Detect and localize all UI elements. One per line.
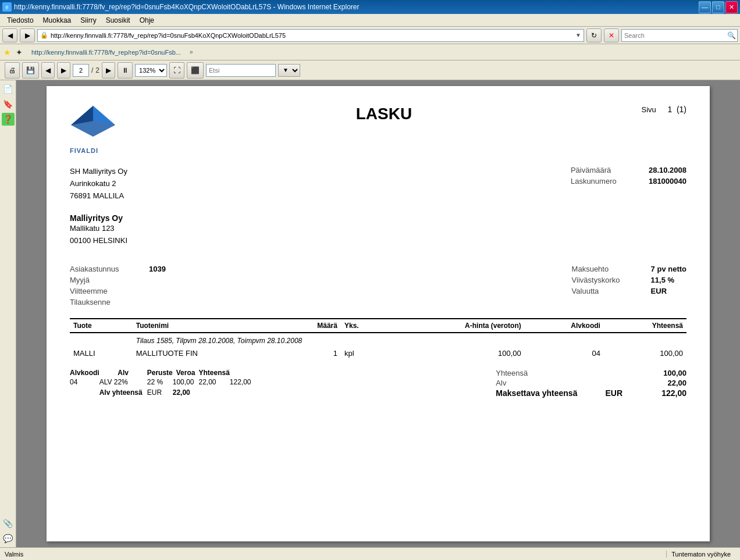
invoice-page: FIVALDI LASKU Sivu 1 (1) SH Malliyritys …: [47, 86, 710, 541]
vat-name: ALV 22%: [99, 377, 147, 387]
fit-button[interactable]: ⛶: [169, 62, 184, 79]
recipient-address2: 00100 HELSINKI: [70, 235, 686, 247]
col-yks: Yks.: [341, 319, 387, 333]
main-layout: 📄 🔖 ❓ 📎 💬: [0, 80, 740, 547]
add-favorite-icon[interactable]: ✦: [16, 48, 23, 57]
page-input[interactable]: [73, 64, 89, 77]
status-text: Valmis: [5, 551, 23, 558]
search-input[interactable]: [622, 32, 725, 39]
menu-tiedosto[interactable]: Tiedosto: [2, 15, 38, 26]
logo-section: FIVALDI: [70, 105, 186, 154]
cell-name: MALLITUOTE FIN: [133, 347, 282, 359]
favorites-chevron-icon[interactable]: »: [190, 49, 193, 55]
lock-icon: 🔒: [40, 31, 48, 39]
maximize-button[interactable]: □: [712, 1, 724, 13]
back-button[interactable]: ◀: [2, 28, 17, 42]
detail-value-asiakastunnus: 1039: [149, 265, 166, 273]
menu-siirry[interactable]: Siirry: [76, 15, 101, 26]
vat-col-code: Alvkoodi: [70, 369, 99, 377]
invoice-no-label: Laskunumero: [571, 177, 635, 186]
date-value: 28.10.2008: [649, 166, 686, 174]
next-page-button[interactable]: ▶: [57, 62, 70, 79]
summary-section: Alvkoodi Alv Peruste Veroa Yhteensä 04 A…: [70, 369, 686, 399]
page-of-total: (1): [677, 105, 686, 114]
total-grand-currency: EUR: [605, 388, 622, 398]
forward-button[interactable]: ▶: [20, 28, 35, 42]
fit-width-button[interactable]: ⬛: [187, 62, 204, 79]
favorites-star-icon: ★: [3, 48, 11, 57]
pause-button[interactable]: ⏸: [118, 62, 133, 79]
stop-button[interactable]: ✕: [604, 28, 619, 42]
sidebar-help-button[interactable]: ❓: [2, 113, 15, 126]
sender-address: SH Malliyritys Oy Aurinkokatu 2 76891 MA…: [70, 166, 127, 202]
menu-suosikit[interactable]: Suosikit: [101, 15, 135, 26]
alv-total-value: 22,00: [173, 387, 199, 398]
window-title: http://kenny.finnvalli.fi:7778/fv_rep/re…: [14, 3, 699, 11]
save-button[interactable]: 💾: [22, 62, 39, 79]
detail-value-valuutta: EUR: [651, 287, 667, 295]
dropdown-arrow-icon[interactable]: ▼: [575, 32, 581, 38]
total-yhteensa-label: Yhteensä: [496, 369, 528, 377]
detail-asiakastunnus: Asiakastunnus 1039: [70, 265, 166, 273]
cell-vatcode: 04: [525, 347, 604, 359]
search-field[interactable]: [206, 64, 276, 77]
cell-total: 100,00: [604, 347, 686, 359]
recipient-section: Malliyritys Oy Mallikatu 123 00100 HELSI…: [70, 213, 686, 247]
close-button[interactable]: ✕: [725, 1, 738, 13]
detail-label-myyja: Myyjä: [70, 276, 140, 284]
prev-page-button[interactable]: ◀: [41, 62, 55, 79]
sidebar-attachment-button[interactable]: 📎: [2, 517, 15, 530]
url-display: http://kenny.finnvalli.fi:7778/fv_rep/re…: [48, 32, 575, 39]
sidebar-pages-button[interactable]: 📄: [2, 83, 15, 95]
status-zone: Tuntematon vyöhyke: [666, 551, 735, 558]
sidebar: 📄 🔖 ❓ 📎 💬: [0, 80, 16, 547]
cell-product: MALLI: [70, 347, 133, 359]
detail-label-viivastyskorko: Viivästyskorko: [572, 276, 642, 284]
zoom-select[interactable]: 132%: [135, 64, 167, 77]
refresh-button[interactable]: ↻: [586, 28, 602, 42]
search-options-dropdown[interactable]: ▼: [278, 64, 300, 77]
fivaldi-logo: [70, 105, 186, 147]
date-row: Päivämäärä 28.10.2008: [571, 166, 686, 174]
detail-label-valuutta: Valuutta: [572, 287, 642, 295]
toolbar-row: 🖨 💾 ◀ ▶ / 2 ▶ ⏸ 132% ⛶ ⬛ ▼: [0, 60, 740, 80]
sender-address2: 76891 MALLILA: [70, 190, 127, 202]
total-alv-value: 22,00: [646, 379, 686, 387]
menu-muokkaa[interactable]: Muokkaa: [38, 15, 76, 26]
minimize-button[interactable]: —: [699, 1, 711, 13]
invoice-no-value: 181000040: [649, 177, 686, 186]
col-maara: Määrä: [282, 319, 341, 333]
window-controls: — □ ✕: [699, 1, 738, 13]
invoice-no-row: Laskunumero 181000040: [571, 177, 686, 186]
vat-total-row: Alv yhteensä EUR 22,00: [70, 387, 256, 398]
search-box[interactable]: 🔍: [621, 29, 738, 42]
vat-tax: 22,00: [198, 377, 229, 387]
sender-address1: Aurinkokatu 2: [70, 178, 127, 190]
invoice-page-section: Sivu 1 (1): [582, 105, 686, 114]
vat-col-yhteensa: Yhteensä: [198, 369, 229, 377]
cell-qty: 1: [282, 347, 341, 359]
detail-label-viitteemme: Viitteemme: [70, 287, 140, 295]
vat-row: 04 ALV 22% 22 % 100,00 22,00 122,00: [70, 377, 256, 387]
table-row: MALLI MALLITUOTE FIN 1 kpl 100,00 04 100…: [70, 347, 686, 359]
order-row-empty: [70, 333, 133, 347]
address-box[interactable]: 🔒 http://kenny.finnvalli.fi:7778/fv_rep/…: [37, 29, 584, 42]
alv-total-currency: EUR: [147, 387, 173, 398]
invoice-dates: Päivämäärä 28.10.2008 Laskunumero 181000…: [571, 166, 686, 202]
invoice-meta: SH Malliyritys Oy Aurinkokatu 2 76891 MA…: [70, 166, 686, 202]
details-left: Asiakastunnus 1039 Myyjä Viitteemme Tila…: [70, 265, 166, 306]
detail-viitteemme: Viitteemme: [70, 287, 166, 295]
sidebar-bookmarks-button[interactable]: 🔖: [2, 98, 15, 110]
page-label: Sivu: [642, 105, 656, 114]
menu-ohje[interactable]: Ohje: [135, 15, 159, 26]
search-icon[interactable]: 🔍: [725, 30, 737, 41]
total-alv-label: Alv: [496, 379, 506, 387]
play-button[interactable]: ▶: [102, 62, 115, 79]
vat-col-veroa: Veroa: [173, 369, 199, 377]
page-total: 2: [95, 66, 99, 74]
vat-row-total: 122,00: [230, 377, 256, 387]
favorite-link[interactable]: http://kenny.finnvalli.fi:7778/fv_rep/re…: [27, 47, 185, 58]
print-button[interactable]: 🖨: [5, 62, 20, 79]
sidebar-comment-button[interactable]: 💬: [2, 532, 15, 545]
vat-code: 04: [70, 377, 99, 387]
